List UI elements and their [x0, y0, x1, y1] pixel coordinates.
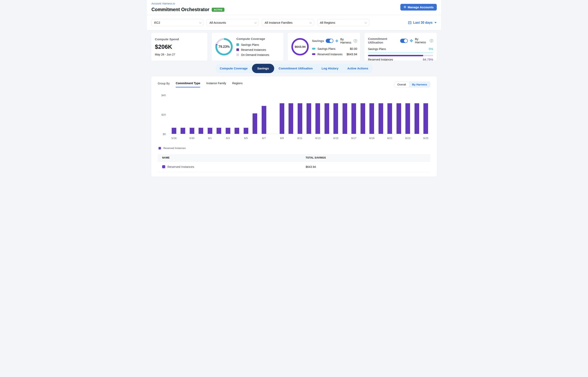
row-label: Savings Plans — [317, 47, 335, 50]
bar-6/16[interactable] — [343, 103, 347, 134]
account-breadcrumb[interactable]: Account: Harness.io — [151, 2, 437, 5]
bar-6/19[interactable] — [369, 103, 374, 134]
bar-slot-6/2[interactable] — [214, 95, 223, 134]
regions-select-value: All Regions — [320, 21, 335, 24]
tab-active-actions[interactable]: Active Actions — [343, 64, 373, 73]
bar-slot-6/3[interactable] — [223, 95, 232, 134]
gear-icon: ⚙ — [404, 6, 406, 9]
bar-6/3[interactable] — [226, 128, 230, 134]
date-range-picker[interactable]: Last 30 days — [408, 21, 437, 24]
bar-6/17[interactable] — [351, 103, 356, 134]
group-tab-instance-family[interactable]: Instance Family — [206, 82, 226, 87]
bar-6/25[interactable] — [423, 103, 428, 134]
legend-checkbox[interactable] — [158, 146, 162, 150]
bar-slot-6/23[interactable] — [403, 95, 412, 134]
savings-card: $643.94 Savings By Harness i — [288, 32, 360, 61]
bar-slot-6/1[interactable] — [205, 95, 214, 134]
tab-compute-coverage[interactable]: Compute Coverage — [215, 64, 252, 73]
bar-slot-6/25[interactable] — [422, 95, 430, 134]
bar-slot-6/4[interactable] — [232, 95, 241, 134]
bar-5/31[interactable] — [199, 128, 203, 134]
row-value: $0.00 — [350, 47, 357, 50]
group-tab-commitment-type[interactable]: Commitment Type — [176, 82, 200, 87]
table-row-total-savings: $643.94 — [306, 165, 430, 168]
bar-6/23[interactable] — [405, 103, 410, 134]
bar-6/2[interactable] — [217, 128, 221, 134]
service-select-value: EC2 — [154, 21, 160, 24]
on-demand-swatch — [236, 53, 239, 56]
table-row-name: Reserved Instances — [167, 165, 194, 168]
chart-legend[interactable]: Reserved Instances — [158, 146, 430, 150]
manage-accounts-button[interactable]: ⚙ Manage Accounts — [400, 4, 437, 11]
page-header: Account: Harness.io Commitment Orchestra… — [147, 0, 441, 15]
bar-5/29[interactable] — [181, 128, 185, 134]
x-tick-label: 6/11 — [295, 137, 304, 140]
tab-savings[interactable]: Savings — [252, 64, 274, 73]
bar-6/11[interactable] — [298, 103, 302, 134]
bar-slot-5/31[interactable] — [196, 95, 205, 134]
bar-slot-5/30[interactable] — [188, 95, 196, 134]
view-toggle-overall[interactable]: Overall — [394, 82, 409, 87]
savings-by-harness-toggle[interactable] — [326, 39, 333, 43]
bar-6/6[interactable] — [253, 113, 257, 134]
bar-slot-6/11[interactable] — [295, 95, 304, 134]
bar-slot-6/24[interactable] — [412, 95, 421, 134]
utilisation-by-harness-toggle[interactable] — [400, 39, 408, 43]
utilisation-reserved-instances-value: 84.79% — [423, 58, 433, 61]
bar-6/1[interactable] — [208, 128, 212, 134]
bar-6/13[interactable] — [315, 103, 320, 134]
bar-6/5[interactable] — [244, 128, 248, 134]
legend-label: On Demand Instances — [241, 53, 269, 57]
bar-6/7[interactable] — [262, 106, 266, 134]
info-icon[interactable]: i — [354, 39, 357, 43]
bar-slot-6/17[interactable] — [349, 95, 358, 134]
bar-6/18[interactable] — [361, 103, 365, 134]
bar-slot-5/29[interactable] — [178, 95, 187, 134]
group-tab-regions[interactable]: Regions — [232, 82, 243, 87]
tab-log-history[interactable]: Log History — [317, 64, 343, 73]
bar-slot-6/13[interactable] — [313, 95, 322, 134]
bar-6/9[interactable] — [280, 103, 284, 134]
bar-5/30[interactable] — [190, 128, 194, 134]
bar-slot-6/9[interactable] — [277, 95, 286, 134]
bar-slot-6/21[interactable] — [385, 95, 394, 134]
y-axis-labels: $0$20$40 — [158, 95, 166, 134]
bar-slot-6/5[interactable] — [241, 95, 250, 134]
bar-slot-5/28[interactable] — [169, 95, 178, 134]
regions-select[interactable]: All Regions — [317, 19, 369, 26]
bar-6/21[interactable] — [388, 103, 392, 134]
bar-slot-6/16[interactable] — [340, 95, 349, 134]
service-select[interactable]: EC2 — [151, 19, 204, 26]
info-icon[interactable]: i — [430, 39, 433, 42]
commitment-utilisation-card: Commitment Utilisation By Harness i Savi… — [364, 32, 437, 61]
column-total-savings: TOTAL SAVINGS — [306, 156, 430, 159]
bar-6/4[interactable] — [234, 128, 239, 134]
bar-6/22[interactable] — [397, 103, 401, 134]
bar-slot-6/6[interactable] — [250, 95, 259, 134]
bar-6/15[interactable] — [333, 103, 338, 134]
accounts-select[interactable]: All Accounts — [207, 19, 259, 26]
instance-families-select[interactable]: All Instance Families — [262, 19, 314, 26]
bar-slot-6/14[interactable] — [322, 95, 331, 134]
bar-slot-6/19[interactable] — [367, 95, 376, 134]
tab-commitment-utilisation[interactable]: Commitment Utilisation — [274, 64, 317, 73]
bar-slot-6/20[interactable] — [376, 95, 385, 134]
bar-6/10[interactable] — [288, 103, 293, 134]
table-row[interactable]: Reserved Instances $643.94 — [158, 162, 430, 172]
compute-coverage-title: Compute Coverage — [236, 37, 269, 41]
bar-slot-6/22[interactable] — [394, 95, 403, 134]
bar-6/14[interactable] — [324, 103, 329, 134]
bar-slot-6/7[interactable] — [259, 95, 268, 134]
view-toggle-by-harness[interactable]: By Harness — [409, 82, 430, 87]
bar-slot-6/18[interactable] — [358, 95, 367, 134]
bar-slot-6/8[interactable] — [268, 95, 277, 134]
bar-slot-6/15[interactable] — [332, 95, 340, 134]
bar-slot-6/10[interactable] — [286, 95, 295, 134]
x-tick-label — [178, 137, 187, 140]
bar-6/12[interactable] — [307, 103, 311, 134]
bar-5/28[interactable] — [172, 128, 176, 134]
bar-slot-6/12[interactable] — [304, 95, 313, 134]
bar-6/20[interactable] — [378, 103, 383, 134]
group-by-label: Group By — [158, 82, 170, 85]
bar-6/24[interactable] — [414, 103, 419, 134]
